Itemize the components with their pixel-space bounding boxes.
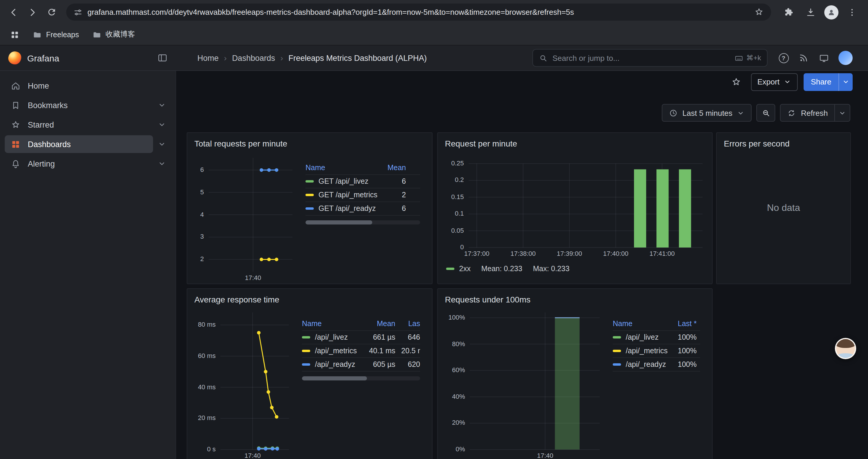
series-name[interactable]: /api/_readyz	[315, 360, 355, 369]
legend-series[interactable]: 2xx	[446, 265, 471, 273]
sidebar-item-dashboards[interactable]: Dashboards	[5, 135, 171, 153]
bookmark-star-icon[interactable]	[754, 7, 764, 17]
breadcrumb-item-dashboards[interactable]: Dashboards	[232, 54, 275, 62]
panel-requests-under-100ms: Requests under 100ms 0%20%40%60%80%100%1…	[437, 288, 713, 459]
chevron-down-icon[interactable]	[153, 101, 171, 109]
ytick-label: 0.2	[444, 176, 464, 184]
legend-header-last[interactable]: Last *	[668, 320, 696, 328]
share-dropdown-button[interactable]	[838, 73, 852, 91]
site-info-icon[interactable]	[73, 7, 83, 17]
url-bar[interactable]	[66, 4, 771, 21]
refresh-interval-dropdown[interactable]	[835, 104, 850, 122]
sidebar-item-bookmarks[interactable]: Bookmarks	[5, 96, 171, 114]
panel-title[interactable]: Errors per second	[717, 133, 850, 153]
series-name[interactable]: /api/_livez	[315, 333, 348, 341]
sidebar-label: Starred	[28, 120, 54, 129]
total-requests-chart[interactable]: 2345617:40	[193, 153, 297, 284]
legend-header-name[interactable]: Name	[613, 320, 668, 328]
share-label[interactable]: Share	[804, 73, 838, 91]
series-name[interactable]: GET /api/_livez	[318, 177, 368, 186]
help-button[interactable]	[775, 49, 793, 67]
share-button[interactable]: Share	[804, 73, 852, 91]
search-input[interactable]	[553, 54, 730, 62]
legend-row[interactable]: /api/_metrics 100%	[613, 345, 700, 358]
ytick-label: 40%	[444, 393, 465, 400]
series-swatch	[613, 350, 621, 352]
series-name[interactable]: /api/_readyz	[626, 360, 666, 369]
forward-icon	[27, 7, 38, 18]
bookmark-icon	[11, 100, 21, 110]
legend-table: Name Mean GET /api/_livez 6	[297, 153, 426, 284]
chevron-down-icon[interactable]	[153, 160, 171, 168]
legend-scrollbar[interactable]	[302, 376, 420, 381]
time-range-label: Last 5 minutes	[682, 108, 733, 117]
bookmark-label: Freeleaps	[46, 30, 79, 39]
downloads-button[interactable]	[802, 3, 819, 21]
scrollbar-thumb[interactable]	[306, 220, 372, 225]
forward-button[interactable]	[24, 3, 41, 21]
legend-row[interactable]: /api/_readyz 100%	[613, 358, 700, 371]
legend-table: Name Last * /api/_livez 100%	[604, 309, 706, 459]
sidebar-item-starred[interactable]: Starred	[5, 116, 171, 133]
apps-button[interactable]	[6, 26, 24, 43]
scrollbar-thumb[interactable]	[302, 376, 367, 381]
favorite-dashboard-button[interactable]	[727, 73, 745, 91]
sidebar-item-alerting[interactable]: Alerting	[5, 155, 171, 172]
back-button[interactable]	[5, 3, 23, 21]
breadcrumb: Home › Dashboards › Freeleaps Metrics Da…	[176, 53, 532, 63]
time-range-picker[interactable]: Last 5 minutes	[662, 104, 752, 122]
ytick-label: 100%	[444, 314, 465, 321]
legend-row[interactable]: GET /api/_readyz 6	[306, 202, 420, 216]
panel-title[interactable]: Average response time	[187, 289, 432, 309]
bookmark-folder[interactable]: 收藏博客	[88, 28, 139, 41]
average-response-time-chart[interactable]: 0 s20 ms40 ms60 ms80 ms17:40	[193, 309, 294, 459]
url-input[interactable]	[88, 8, 749, 17]
legend-header-last[interactable]: Las	[395, 320, 420, 328]
series-name[interactable]: /api/_metrics	[315, 347, 357, 355]
panel-title[interactable]: Total requests per minute	[187, 133, 432, 153]
browser-menu-button[interactable]	[843, 3, 861, 21]
panel-title[interactable]: Request per minute	[438, 133, 712, 153]
series-name[interactable]: /api/_livez	[626, 333, 658, 341]
floating-assistant-avatar[interactable]	[835, 338, 856, 359]
download-icon	[805, 7, 816, 18]
user-avatar[interactable]	[838, 51, 852, 65]
zoom-out-button[interactable]	[756, 104, 776, 122]
legend-header-mean[interactable]: Mean	[362, 320, 395, 328]
legend-row[interactable]: /api/_metrics 40.1 ms 20.5 r	[302, 345, 420, 358]
legend-row[interactable]: /api/_readyz 605 µs 620	[302, 358, 420, 371]
browser-profile-avatar[interactable]	[824, 5, 838, 19]
chevron-down-icon[interactable]	[153, 121, 171, 129]
breadcrumb-item-home[interactable]: Home	[197, 54, 219, 62]
extensions-button[interactable]	[779, 3, 797, 21]
legend-row[interactable]: /api/_livez 100%	[613, 331, 700, 345]
search-bar[interactable]: ⌘+k	[532, 49, 768, 67]
series-name[interactable]: /api/_metrics	[626, 347, 668, 355]
panel-title[interactable]: Requests under 100ms	[438, 289, 712, 309]
legend-row[interactable]: GET /api/_livez 6	[306, 175, 420, 189]
grafana-logo[interactable]	[8, 52, 21, 64]
chevron-down-icon[interactable]	[153, 140, 171, 148]
bookmark-folder[interactable]: Freeleaps	[28, 28, 83, 41]
display-button[interactable]	[815, 49, 833, 67]
refresh-button[interactable]: Refresh	[780, 104, 835, 122]
legend-scrollbar[interactable]	[306, 220, 420, 225]
ytick-label: 5	[193, 188, 204, 196]
sidebar-toggle-button[interactable]	[157, 53, 168, 63]
legend-row[interactable]: /api/_livez 661 µs 646	[302, 331, 420, 345]
requests-under-100ms-chart[interactable]: 0%20%40%60%80%100%17:40	[444, 309, 604, 459]
legend-header-mean[interactable]: Mean	[378, 164, 406, 172]
series-name[interactable]: GET /api/_metrics	[318, 191, 378, 199]
legend-header-name[interactable]: Name	[302, 320, 362, 328]
news-button[interactable]	[795, 49, 812, 67]
legend-row[interactable]: GET /api/_metrics 2	[306, 189, 420, 202]
series-name[interactable]: 2xx	[459, 265, 471, 273]
series-name[interactable]: GET /api/_readyz	[318, 204, 376, 213]
panel-total-requests: Total requests per minute 2345617:40 Nam…	[187, 132, 433, 284]
dashboard-canvas: Last 5 minutes Refresh	[176, 93, 868, 459]
export-button[interactable]: Export	[751, 73, 798, 91]
sidebar-item-home[interactable]: Home	[5, 77, 171, 95]
request-per-minute-chart[interactable]: 00.050.10.150.20.2517:37:0017:38:0017:39…	[444, 159, 707, 259]
legend-header-name[interactable]: Name	[306, 164, 378, 172]
reload-button[interactable]	[42, 3, 60, 21]
